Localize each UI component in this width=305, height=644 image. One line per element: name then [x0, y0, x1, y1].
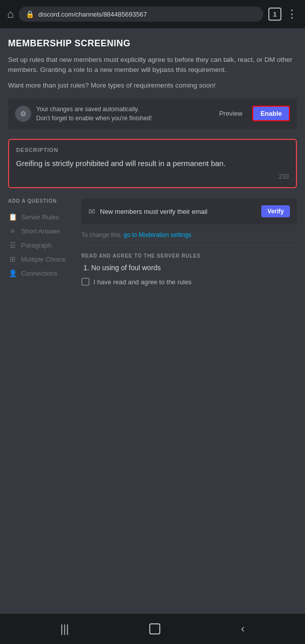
home-icon[interactable]: ⌂ — [7, 8, 14, 21]
agree-row: I have read and agree to the rules — [81, 278, 297, 286]
description-label: DESCRIPTION — [16, 147, 289, 153]
page-title: MEMBERSHIP SCREENING — [8, 38, 297, 49]
enable-button[interactable]: Enable — [252, 106, 290, 121]
right-col: ✉ New members must verify their email Ve… — [81, 198, 297, 286]
autosave-icon: ⚙ — [15, 106, 31, 122]
rule-text-1: No using of foul words — [91, 264, 161, 272]
question-type-multiple-choice[interactable]: ⊞ Multiple Choice — [8, 252, 73, 266]
server-rules-icon: 📋 — [8, 213, 17, 221]
add-question-label: ADD A QUESTION — [8, 198, 73, 204]
main-content: MEMBERSHIP SCREENING Set up rules that n… — [0, 28, 305, 614]
server-rules-label: Server Rules — [21, 213, 59, 221]
verify-left: ✉ New members must verify their email — [88, 207, 208, 216]
two-col-layout: ADD A QUESTION 📋 Server Rules ≡ Short An… — [8, 198, 297, 286]
url-bar[interactable]: 🔒 discord.com/channels/884485693567 — [19, 7, 263, 22]
agree-text: I have read and agree to the rules — [93, 278, 191, 286]
back-icon[interactable]: ‹ — [241, 622, 245, 635]
connections-icon: 👤 — [8, 269, 17, 277]
autosave-left: ⚙ Your changes are saved automatically. … — [15, 105, 152, 123]
change-text: To change this, — [81, 231, 122, 238]
rules-section-label: READ AND AGREE TO THE SERVER RULES — [81, 253, 297, 259]
moderation-settings-link[interactable]: go to Moderation settings — [124, 231, 191, 238]
url-text: discord.com/channels/884485693567 — [38, 11, 147, 18]
connections-label: Connections — [21, 270, 57, 277]
char-count: 233 — [16, 173, 289, 180]
description-text[interactable]: Greifing is strictly prohibited and will… — [16, 158, 289, 170]
left-col: ADD A QUESTION 📋 Server Rules ≡ Short An… — [8, 198, 73, 286]
preview-button[interactable]: Preview — [214, 107, 247, 120]
agree-checkbox[interactable] — [81, 278, 89, 286]
recent-apps-icon[interactable]: ||| — [60, 622, 69, 635]
question-type-short-answer[interactable]: ≡ Short Answer — [8, 224, 73, 238]
menu-icon[interactable]: ⋮ — [286, 8, 298, 21]
multiple-choice-label: Multiple Choice — [21, 256, 66, 263]
page-description: Set up rules that new members must expli… — [8, 55, 297, 75]
page-note: Want more than just rules? More types of… — [8, 80, 297, 91]
browser-bar: ⌂ 🔒 discord.com/channels/884485693567 1 … — [0, 0, 305, 28]
verify-email-card: ✉ New members must verify their email Ve… — [81, 198, 297, 224]
short-answer-label: Short Answer — [21, 227, 60, 235]
home-nav-icon[interactable] — [149, 623, 160, 634]
autosave-actions: Preview Enable — [214, 106, 290, 121]
bottom-nav: ||| ‹ — [0, 614, 305, 644]
question-type-server-rules[interactable]: 📋 Server Rules — [8, 210, 73, 224]
paragraph-icon: ☰ — [8, 241, 17, 249]
verify-button[interactable]: Verify — [261, 205, 290, 217]
tab-count[interactable]: 1 — [268, 8, 281, 21]
multiple-choice-icon: ⊞ — [8, 255, 17, 263]
question-type-paragraph[interactable]: ☰ Paragraph — [8, 238, 73, 252]
description-section: DESCRIPTION Greifing is strictly prohibi… — [8, 139, 297, 189]
verify-text: New members must verify their email — [100, 208, 208, 215]
moderation-link-row: To change this, go to Moderation setting… — [81, 231, 297, 246]
lock-icon: 🔒 — [26, 10, 34, 18]
paragraph-label: Paragraph — [21, 242, 52, 249]
short-answer-icon: ≡ — [8, 227, 17, 235]
autosave-text: Your changes are saved automatically. Do… — [36, 105, 152, 123]
autosave-bar: ⚙ Your changes are saved automatically. … — [8, 99, 297, 129]
rule-item-1: 1. No using of foul words — [81, 264, 297, 272]
rule-number-1: 1. — [83, 264, 91, 272]
email-icon: ✉ — [88, 207, 95, 216]
question-type-connections[interactable]: 👤 Connections — [8, 266, 73, 280]
